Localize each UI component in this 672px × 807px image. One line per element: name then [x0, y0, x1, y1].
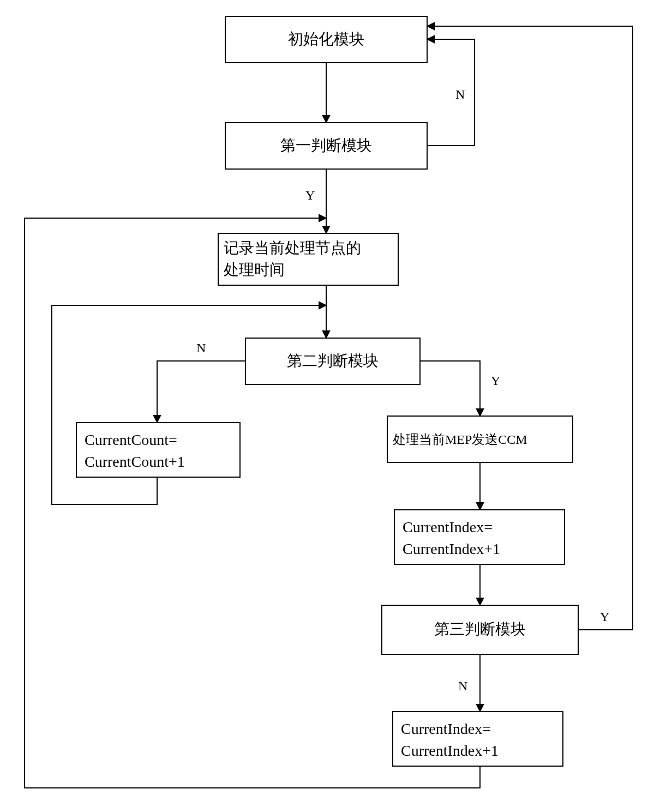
label-judge1-no: N [455, 87, 465, 101]
label-judge2-no: N [196, 341, 206, 355]
label-judge3-no: N [458, 679, 467, 693]
edge-indexinc2-loop [25, 218, 480, 788]
judge1-label: 第一判断模块 [280, 137, 372, 154]
label-judge2-yes: Y [491, 374, 500, 388]
label-judge1-yes: Y [305, 188, 315, 202]
record-line1: 记录当前处理节点的 [224, 239, 361, 256]
countinc-line1: CurrentCount= [85, 431, 177, 448]
mepsend-label: 处理当前MEP发送CCM [393, 432, 527, 447]
label-judge3-yes: Y [600, 610, 609, 624]
countinc-line2: CurrentCount+1 [85, 453, 185, 470]
record-line2: 处理时间 [224, 261, 285, 278]
judge2-label: 第二判断模块 [287, 352, 379, 369]
edge-judge2-yes [420, 361, 480, 416]
edge-judge2-no [157, 361, 245, 423]
judge3-label: 第三判断模块 [434, 621, 526, 637]
indexinc2-line1: CurrentIndex= [401, 720, 491, 737]
indexinc1-line1: CurrentIndex= [403, 519, 493, 535]
init-label: 初始化模块 [288, 31, 364, 47]
indexinc2-line2: CurrentIndex+1 [401, 742, 499, 759]
edge-judge1-no [427, 39, 475, 146]
indexinc1-line2: CurrentIndex+1 [403, 540, 500, 557]
